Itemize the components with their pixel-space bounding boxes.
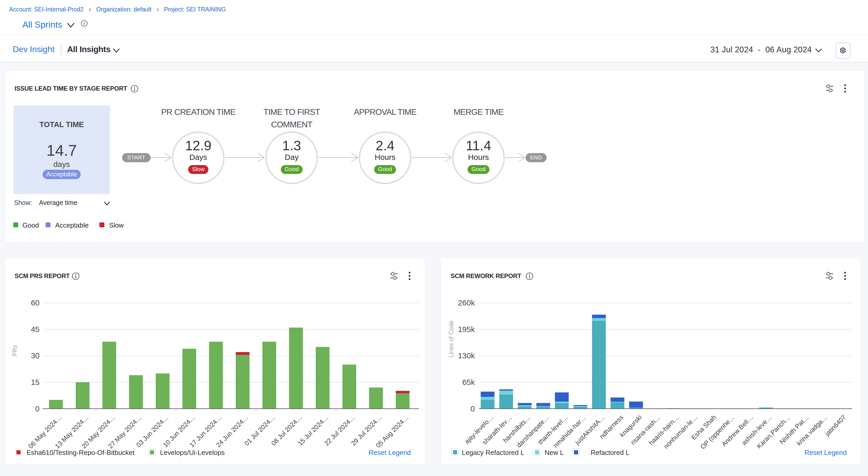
- svg-text:Lines of Code: Lines of Code: [448, 321, 455, 358]
- svg-text:0: 0: [470, 405, 475, 413]
- svg-text:130k: 130k: [458, 351, 475, 360]
- svg-text:Karan Panch…: Karan Panch…: [755, 414, 792, 450]
- svg-text:darshanpate…: darshanpate…: [515, 414, 551, 449]
- svg-text:195k: 195k: [458, 325, 475, 333]
- svg-text:nonhuman-le…: nonhuman-le…: [662, 414, 699, 450]
- svg-text:45: 45: [31, 325, 39, 333]
- svg-text:65k: 65k: [462, 378, 475, 386]
- svg-text:Andrew Bell…: Andrew Bell…: [720, 414, 754, 448]
- svg-text:60: 60: [31, 298, 39, 307]
- svg-text:15: 15: [31, 378, 39, 386]
- svg-text:PRs: PRs: [11, 345, 18, 356]
- svg-text:260k: 260k: [458, 298, 475, 307]
- svg-text:30: 30: [31, 351, 39, 360]
- svg-text:nmahida-har…: nmahida-har…: [552, 414, 588, 449]
- svg-text:0: 0: [35, 405, 39, 413]
